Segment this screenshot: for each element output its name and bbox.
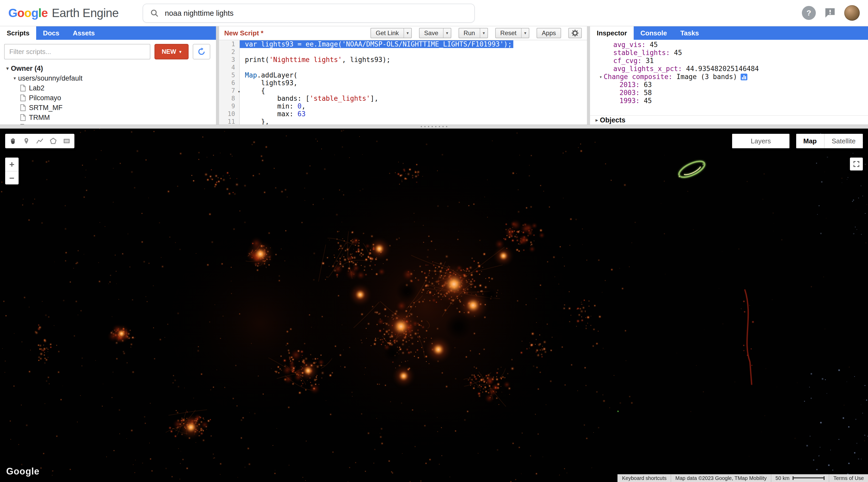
vertical-splitter[interactable] (216, 26, 219, 125)
feedback-button[interactable] (823, 6, 837, 20)
file-icon (20, 104, 26, 111)
scripts-tree: ▾ Owner (4) ▾ users/sounny/default Lab2P… (0, 64, 216, 125)
apps-label: Apps (537, 28, 561, 38)
code-line-7[interactable]: 7▾ { (219, 87, 587, 95)
horizontal-splitter[interactable] (0, 125, 868, 129)
inspector-panel: InspectorConsoleTasks avg_vis: 45stable_… (590, 26, 868, 125)
file-icon (20, 95, 26, 101)
tab-docs[interactable]: Docs (36, 26, 66, 40)
tab-tasks[interactable]: Tasks (674, 26, 706, 40)
chevron-down-icon[interactable]: ▼ (404, 28, 411, 38)
gear-icon (571, 29, 579, 37)
new-script-button[interactable]: NEW ▾ (154, 44, 189, 59)
map-type-map[interactable]: Map (796, 134, 824, 148)
polygon-tool[interactable] (46, 134, 60, 148)
code-line-2[interactable]: 2 (219, 48, 587, 56)
right-tabbar: InspectorConsoleTasks (590, 26, 868, 40)
console-row: cf_cvg: 31 (590, 57, 868, 65)
zoom-in-button[interactable]: + (5, 158, 19, 171)
code-token: var (245, 40, 257, 48)
point-marker-tool[interactable] (20, 134, 33, 148)
help-button[interactable]: ? (802, 6, 816, 20)
scale-label: 50 km (776, 475, 789, 481)
feedback-icon (824, 7, 836, 19)
tab-scripts[interactable]: Scripts (0, 26, 36, 40)
code-line-8[interactable]: 8 bands: ['stable_lights'], (219, 95, 587, 102)
reset-button[interactable]: Reset ▼ (495, 28, 530, 38)
script-item-pilcomayo[interactable]: Pilcomayo (0, 93, 216, 103)
code-token: bands: [ (245, 95, 309, 102)
search-box[interactable] (143, 4, 475, 23)
code-token: min: (245, 102, 298, 110)
get-link-button[interactable]: Get Link ▼ (370, 28, 411, 38)
refresh-button[interactable] (193, 44, 210, 59)
search-input[interactable] (165, 9, 467, 18)
console-row: 2003: 58 (590, 89, 868, 97)
map-canvas[interactable] (0, 129, 868, 482)
new-button-label: NEW (162, 48, 176, 55)
run-button[interactable]: Run ▼ (459, 28, 488, 38)
tab-console[interactable]: Console (634, 26, 674, 40)
code-line-5[interactable]: 5Map.addLayer( (219, 71, 587, 79)
code-lines[interactable]: 1var lights93 = ee.Image('NOAA/DMSP-OLS/… (219, 40, 587, 125)
save-label: Save (420, 28, 443, 38)
console-value: 45 (640, 97, 652, 105)
left-tabbar: ScriptsDocsAssets (0, 26, 216, 40)
line-tool[interactable] (33, 134, 46, 148)
console-value: 63 (640, 81, 652, 89)
code-line-1[interactable]: 1var lights93 = ee.Image('NOAA/DMSP-OLS/… (219, 40, 587, 48)
polyline-icon (36, 137, 44, 145)
script-name: Lab2 (29, 84, 44, 92)
root-folder-label: users/sounny/default (18, 74, 83, 83)
script-item-texas[interactable]: Texas (0, 123, 216, 125)
console-key: cf_cvg: (613, 57, 642, 65)
script-item-trmm[interactable]: TRMM (0, 113, 216, 123)
console-key: stable_lights: (613, 49, 670, 57)
code-line-3[interactable]: 3print('Nighttime lights', lights93); (219, 56, 587, 64)
save-button[interactable]: Save ▼ (419, 28, 451, 38)
tab-inspector[interactable]: Inspector (590, 26, 634, 40)
hand-icon (9, 137, 17, 145)
chevron-down-icon[interactable]: ▼ (443, 28, 451, 38)
code-line-4[interactable]: 4 (219, 64, 587, 71)
code-token: ); (504, 40, 512, 48)
chart-icon[interactable] (741, 74, 747, 80)
avatar[interactable] (844, 5, 860, 21)
expand-toggle-icon[interactable]: ▾ (599, 73, 602, 81)
vertical-splitter[interactable] (587, 26, 590, 125)
code-line-11[interactable]: 11 }, (219, 118, 587, 125)
objects-section-header[interactable]: ▸ Objects (590, 115, 868, 125)
map-type-satellite[interactable]: Satellite (824, 134, 863, 148)
line-number: 11 (219, 118, 240, 125)
script-item-lab2[interactable]: Lab2 (0, 83, 216, 93)
layers-button[interactable]: Layers (732, 134, 789, 148)
rectangle-tool[interactable] (60, 134, 73, 148)
tab-assets[interactable]: Assets (66, 26, 101, 40)
chevron-down-icon[interactable]: ▼ (521, 28, 529, 38)
pan-hand-tool[interactable] (6, 134, 20, 148)
code-line-6[interactable]: 6 lights93, (219, 79, 587, 87)
script-item-srtm_mf[interactable]: SRTM_MF (0, 103, 216, 113)
console-row[interactable]: ▾Change composite: Image (3 bands) (590, 73, 868, 81)
splitter-grip-icon (420, 126, 448, 128)
line-number: 10 (219, 110, 240, 118)
keyboard-shortcuts-link[interactable]: Keyboard shortcuts (617, 474, 671, 482)
filter-scripts-input[interactable] (4, 44, 150, 59)
code-text: }, (240, 118, 269, 125)
fullscreen-icon (853, 161, 860, 167)
map-type-control: Map Satellite (796, 134, 863, 148)
zoom-out-button[interactable]: − (5, 171, 19, 185)
code-line-9[interactable]: 9 min: 0, (219, 102, 587, 110)
tree-owner-row[interactable]: ▾ Owner (4) (0, 64, 216, 73)
settings-button[interactable] (568, 28, 582, 38)
chevron-down-icon[interactable]: ▼ (480, 28, 488, 38)
code-token: Map (245, 71, 257, 79)
tree-root-folder[interactable]: ▾ users/sounny/default (0, 73, 216, 83)
terms-of-use-link[interactable]: Terms of Use (829, 474, 868, 482)
code-line-10[interactable]: 10 max: 63 (219, 110, 587, 118)
script-name: Pilcomayo (29, 94, 61, 102)
code-text: print('Nighttime lights', lights93); (240, 56, 391, 64)
fullscreen-button[interactable] (850, 158, 863, 170)
selected-code-text: var lights93 = ee.Image('NOAA/DMSP-OLS/N… (240, 40, 513, 48)
apps-button[interactable]: Apps (536, 28, 561, 38)
